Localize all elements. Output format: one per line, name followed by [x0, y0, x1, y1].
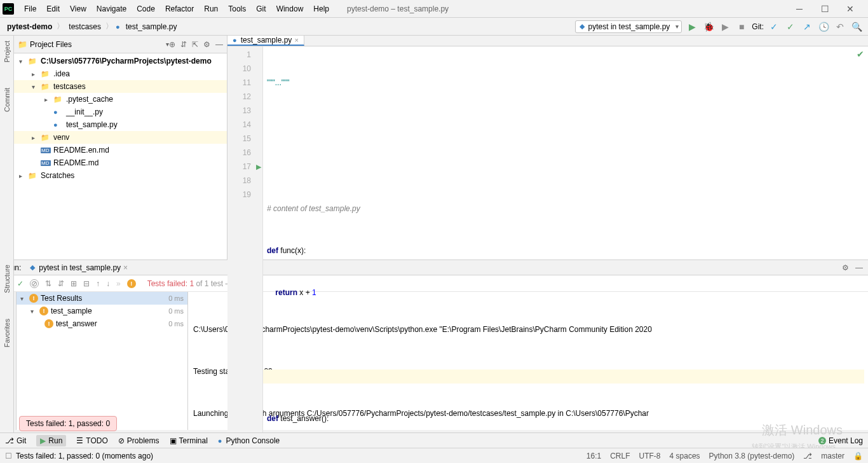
bottom-tool-strip: ⎇Git ▶Run ☰TODO ⊘Problems ▣Terminal ●Pyt… [0, 432, 868, 448]
markdown-file-icon: MD [41, 148, 51, 153]
indent-settings[interactable]: 4 spaces [670, 452, 700, 460]
test-root[interactable]: ▾!Test Results0 ms [17, 292, 187, 305]
python-file-icon: ● [116, 23, 120, 31]
tab-label: test_sample.py [241, 36, 292, 45]
caret-position[interactable]: 16:1 [587, 452, 601, 460]
project-tree[interactable]: ▾📁C:\Users\057776\PycharmProjects\pytest… [14, 53, 227, 259]
close-tab-button[interactable]: × [294, 36, 298, 44]
tool-structure[interactable]: Structure [3, 265, 11, 293]
window-title: pytest-demo – test_sample.py [334, 4, 784, 13]
coverage-button[interactable]: ▶ [719, 20, 731, 33]
run-test-gutter-icon[interactable]: ▶ [256, 160, 261, 174]
next-test-button[interactable]: ↓ [106, 279, 110, 288]
tree-sample[interactable]: test_sample.py [66, 120, 118, 129]
file-encoding[interactable]: UTF-8 [639, 452, 661, 460]
tree-root[interactable]: C:\Users\057776\PycharmProjects\pytest-d… [41, 57, 212, 66]
git-push-button[interactable]: ↗ [801, 20, 813, 33]
python-file-icon: ● [53, 121, 64, 128]
crumb-project[interactable]: pytest-demo [5, 22, 54, 31]
git-update-button[interactable]: ✓ [768, 20, 780, 33]
git-branch[interactable]: master [821, 452, 844, 460]
run-button[interactable]: ▶ [686, 20, 698, 33]
run-config-selector[interactable]: ◆ pytest in test_sample.py [575, 20, 682, 33]
menu-file[interactable]: File [19, 0, 41, 17]
tab-git[interactable]: ⎇Git [5, 436, 26, 445]
markdown-file-icon: MD [41, 160, 51, 166]
crumb-file[interactable]: test_sample.py [124, 22, 179, 31]
search-everywhere-button[interactable]: 🔍 [850, 20, 863, 33]
test-case[interactable]: !test_answer0 ms [17, 317, 187, 330]
crumb-folder[interactable]: testcases [67, 22, 103, 31]
test-results-tree[interactable]: ▾!Test Results0 ms ▾!test_sample0 ms !te… [17, 292, 188, 430]
sort-alpha-button[interactable]: ⇵ [58, 279, 64, 288]
lock-icon[interactable]: 🔒 [853, 452, 863, 460]
stop-button[interactable]: ■ [735, 20, 748, 33]
sort-button[interactable]: ⇅ [45, 279, 51, 288]
status-message: Tests failed: 1, passed: 0 (moments ago) [16, 452, 153, 460]
line-separator[interactable]: CRLF [610, 452, 630, 460]
test-module[interactable]: ▾!test_sample0 ms [17, 305, 187, 317]
menu-edit[interactable]: Edit [41, 0, 65, 17]
tab-problems[interactable]: ⊘Problems [118, 436, 159, 445]
stop-run-button[interactable]: ⊘ [30, 279, 39, 288]
fail-icon: ! [44, 319, 53, 328]
tree-pytest-cache[interactable]: .pytest_cache [66, 95, 113, 104]
git-commit-button[interactable]: ✓ [784, 20, 797, 33]
expand-button[interactable]: ⊞ [71, 279, 77, 288]
git-label: Git: [752, 22, 764, 31]
fail-icon: ! [29, 294, 38, 303]
menu-window[interactable]: Window [271, 0, 309, 17]
menu-code[interactable]: Code [132, 0, 160, 17]
python-interpreter[interactable]: Python 3.8 (pytest-demo) [709, 452, 795, 460]
settings-icon[interactable]: ⚙ [203, 40, 210, 49]
menu-git[interactable]: Git [251, 0, 271, 17]
collapse-all-icon[interactable]: ⇱ [192, 40, 198, 49]
left-tool-strip-bottom: Structure Favorites [0, 259, 14, 432]
prev-test-button[interactable]: ↑ [96, 279, 100, 288]
tab-todo[interactable]: ☰TODO [76, 436, 107, 445]
tree-readme-en[interactable]: README.en.md [53, 146, 109, 155]
tool-commit[interactable]: Commit [3, 88, 11, 112]
debug-button[interactable]: 🐞 [702, 20, 715, 33]
tab-terminal[interactable]: ▣Terminal [170, 436, 208, 445]
tree-venv[interactable]: venv [53, 133, 69, 142]
maximize-button[interactable]: ☐ [817, 4, 832, 14]
toggle-auto-test[interactable]: ✓ [17, 279, 24, 288]
tab-run[interactable]: ▶Run [36, 435, 66, 446]
project-view-title[interactable]: Project Files [30, 40, 166, 49]
tree-idea[interactable]: .idea [53, 69, 70, 78]
menu-navigate[interactable]: Navigate [92, 0, 132, 17]
menu-tools[interactable]: Tools [223, 0, 251, 17]
pytest-icon: ◆ [30, 263, 35, 272]
menu-view[interactable]: View [65, 0, 92, 17]
tab-event-log[interactable]: 2Event Log [818, 436, 863, 445]
status-bar: ☐ Tests failed: 1, passed: 0 (moments ag… [0, 448, 868, 463]
run-tab[interactable]: ◆ pytest in test_sample.py × [26, 263, 132, 272]
notification-balloon[interactable]: Tests failed: 1, passed: 0 [19, 416, 117, 431]
code-editor[interactable]: 110111213141516171819 ▶ """...""" # cont… [227, 46, 868, 463]
tree-scratches[interactable]: Scratches [41, 171, 74, 180]
git-rollback-button[interactable]: ↶ [834, 20, 846, 33]
close-button[interactable]: ✕ [843, 4, 858, 14]
line-number-gutter: 110111213141516171819 ▶ [227, 46, 263, 463]
close-run-tab[interactable]: × [123, 263, 128, 272]
editor-tab[interactable]: ● test_sample.py × [227, 36, 304, 46]
select-opened-file-icon[interactable]: ⊕ [169, 40, 175, 49]
tool-project[interactable]: Project [3, 41, 11, 62]
tool-favorites[interactable]: Favorites [3, 319, 11, 347]
minimize-button[interactable]: ─ [792, 4, 807, 14]
git-history-button[interactable]: 🕓 [817, 20, 830, 33]
tab-python-console[interactable]: ●Python Console [218, 436, 280, 445]
tree-testcases[interactable]: testcases [53, 82, 86, 91]
tree-readme[interactable]: README.md [53, 158, 98, 167]
menu-refactor[interactable]: Refactor [160, 0, 199, 17]
menu-run[interactable]: Run [199, 0, 223, 17]
collapse-button[interactable]: ⊟ [83, 279, 90, 288]
expand-all-icon[interactable]: ⇵ [180, 40, 187, 49]
folder-icon: 📁 [53, 95, 64, 104]
menu-help[interactable]: Help [308, 0, 334, 17]
inspection-ok-icon[interactable]: ✔ [857, 49, 864, 59]
hide-panel-icon[interactable]: — [215, 40, 223, 49]
fail-icon: ! [39, 307, 48, 315]
tree-init[interactable]: __init__.py [66, 107, 103, 116]
